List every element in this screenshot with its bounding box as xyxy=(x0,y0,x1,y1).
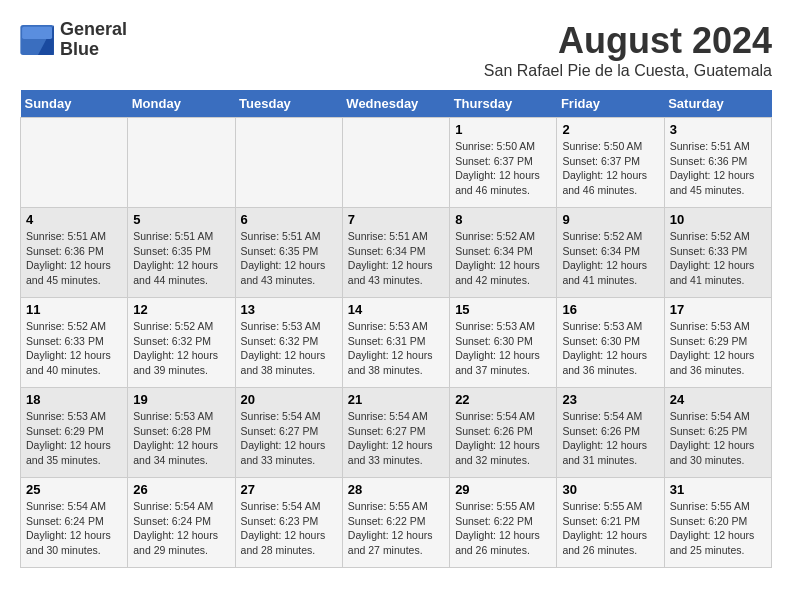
day-number: 28 xyxy=(348,482,444,497)
calendar-week-row: 18Sunrise: 5:53 AM Sunset: 6:29 PM Dayli… xyxy=(21,388,772,478)
calendar-cell: 31Sunrise: 5:55 AM Sunset: 6:20 PM Dayli… xyxy=(664,478,771,568)
day-info: Sunrise: 5:52 AM Sunset: 6:34 PM Dayligh… xyxy=(562,229,658,288)
calendar-cell: 20Sunrise: 5:54 AM Sunset: 6:27 PM Dayli… xyxy=(235,388,342,478)
calendar-week-row: 4Sunrise: 5:51 AM Sunset: 6:36 PM Daylig… xyxy=(21,208,772,298)
header-wednesday: Wednesday xyxy=(342,90,449,118)
calendar-cell: 25Sunrise: 5:54 AM Sunset: 6:24 PM Dayli… xyxy=(21,478,128,568)
logo-text: General Blue xyxy=(60,20,127,60)
day-info: Sunrise: 5:53 AM Sunset: 6:31 PM Dayligh… xyxy=(348,319,444,378)
day-number: 2 xyxy=(562,122,658,137)
day-number: 22 xyxy=(455,392,551,407)
day-number: 11 xyxy=(26,302,122,317)
calendar-table: SundayMondayTuesdayWednesdayThursdayFrid… xyxy=(20,90,772,568)
day-number: 30 xyxy=(562,482,658,497)
calendar-cell: 6Sunrise: 5:51 AM Sunset: 6:35 PM Daylig… xyxy=(235,208,342,298)
day-number: 3 xyxy=(670,122,766,137)
header-thursday: Thursday xyxy=(450,90,557,118)
day-number: 21 xyxy=(348,392,444,407)
calendar-cell: 22Sunrise: 5:54 AM Sunset: 6:26 PM Dayli… xyxy=(450,388,557,478)
calendar-cell: 11Sunrise: 5:52 AM Sunset: 6:33 PM Dayli… xyxy=(21,298,128,388)
calendar-cell: 3Sunrise: 5:51 AM Sunset: 6:36 PM Daylig… xyxy=(664,118,771,208)
calendar-cell: 19Sunrise: 5:53 AM Sunset: 6:28 PM Dayli… xyxy=(128,388,235,478)
calendar-cell: 13Sunrise: 5:53 AM Sunset: 6:32 PM Dayli… xyxy=(235,298,342,388)
calendar-week-row: 11Sunrise: 5:52 AM Sunset: 6:33 PM Dayli… xyxy=(21,298,772,388)
calendar-cell: 29Sunrise: 5:55 AM Sunset: 6:22 PM Dayli… xyxy=(450,478,557,568)
calendar-cell: 2Sunrise: 5:50 AM Sunset: 6:37 PM Daylig… xyxy=(557,118,664,208)
day-info: Sunrise: 5:54 AM Sunset: 6:24 PM Dayligh… xyxy=(26,499,122,558)
day-info: Sunrise: 5:51 AM Sunset: 6:35 PM Dayligh… xyxy=(133,229,229,288)
calendar-cell: 24Sunrise: 5:54 AM Sunset: 6:25 PM Dayli… xyxy=(664,388,771,478)
svg-rect-2 xyxy=(22,27,52,39)
day-number: 23 xyxy=(562,392,658,407)
day-number: 5 xyxy=(133,212,229,227)
day-info: Sunrise: 5:52 AM Sunset: 6:33 PM Dayligh… xyxy=(26,319,122,378)
page-title: August 2024 xyxy=(484,20,772,62)
calendar-cell: 17Sunrise: 5:53 AM Sunset: 6:29 PM Dayli… xyxy=(664,298,771,388)
page-header: General Blue August 2024 San Rafael Pie … xyxy=(20,20,772,80)
day-info: Sunrise: 5:54 AM Sunset: 6:24 PM Dayligh… xyxy=(133,499,229,558)
day-info: Sunrise: 5:52 AM Sunset: 6:33 PM Dayligh… xyxy=(670,229,766,288)
day-number: 14 xyxy=(348,302,444,317)
day-number: 9 xyxy=(562,212,658,227)
day-info: Sunrise: 5:53 AM Sunset: 6:30 PM Dayligh… xyxy=(455,319,551,378)
calendar-cell xyxy=(342,118,449,208)
calendar-cell: 21Sunrise: 5:54 AM Sunset: 6:27 PM Dayli… xyxy=(342,388,449,478)
day-number: 13 xyxy=(241,302,337,317)
day-info: Sunrise: 5:51 AM Sunset: 6:36 PM Dayligh… xyxy=(26,229,122,288)
calendar-header-row: SundayMondayTuesdayWednesdayThursdayFrid… xyxy=(21,90,772,118)
day-info: Sunrise: 5:54 AM Sunset: 6:25 PM Dayligh… xyxy=(670,409,766,468)
day-number: 8 xyxy=(455,212,551,227)
day-number: 16 xyxy=(562,302,658,317)
day-number: 1 xyxy=(455,122,551,137)
day-number: 4 xyxy=(26,212,122,227)
calendar-cell: 5Sunrise: 5:51 AM Sunset: 6:35 PM Daylig… xyxy=(128,208,235,298)
day-info: Sunrise: 5:50 AM Sunset: 6:37 PM Dayligh… xyxy=(455,139,551,198)
day-number: 20 xyxy=(241,392,337,407)
day-info: Sunrise: 5:52 AM Sunset: 6:32 PM Dayligh… xyxy=(133,319,229,378)
calendar-cell: 9Sunrise: 5:52 AM Sunset: 6:34 PM Daylig… xyxy=(557,208,664,298)
calendar-week-row: 1Sunrise: 5:50 AM Sunset: 6:37 PM Daylig… xyxy=(21,118,772,208)
day-info: Sunrise: 5:55 AM Sunset: 6:22 PM Dayligh… xyxy=(455,499,551,558)
day-number: 10 xyxy=(670,212,766,227)
day-info: Sunrise: 5:53 AM Sunset: 6:29 PM Dayligh… xyxy=(26,409,122,468)
calendar-cell: 26Sunrise: 5:54 AM Sunset: 6:24 PM Dayli… xyxy=(128,478,235,568)
day-number: 31 xyxy=(670,482,766,497)
day-info: Sunrise: 5:52 AM Sunset: 6:34 PM Dayligh… xyxy=(455,229,551,288)
calendar-week-row: 25Sunrise: 5:54 AM Sunset: 6:24 PM Dayli… xyxy=(21,478,772,568)
day-info: Sunrise: 5:55 AM Sunset: 6:21 PM Dayligh… xyxy=(562,499,658,558)
header-friday: Friday xyxy=(557,90,664,118)
day-number: 19 xyxy=(133,392,229,407)
calendar-cell xyxy=(235,118,342,208)
day-info: Sunrise: 5:54 AM Sunset: 6:27 PM Dayligh… xyxy=(348,409,444,468)
day-info: Sunrise: 5:51 AM Sunset: 6:34 PM Dayligh… xyxy=(348,229,444,288)
calendar-cell: 10Sunrise: 5:52 AM Sunset: 6:33 PM Dayli… xyxy=(664,208,771,298)
calendar-cell: 1Sunrise: 5:50 AM Sunset: 6:37 PM Daylig… xyxy=(450,118,557,208)
calendar-cell: 27Sunrise: 5:54 AM Sunset: 6:23 PM Dayli… xyxy=(235,478,342,568)
day-info: Sunrise: 5:54 AM Sunset: 6:23 PM Dayligh… xyxy=(241,499,337,558)
calendar-cell: 28Sunrise: 5:55 AM Sunset: 6:22 PM Dayli… xyxy=(342,478,449,568)
day-number: 6 xyxy=(241,212,337,227)
day-number: 26 xyxy=(133,482,229,497)
calendar-cell: 16Sunrise: 5:53 AM Sunset: 6:30 PM Dayli… xyxy=(557,298,664,388)
calendar-cell: 30Sunrise: 5:55 AM Sunset: 6:21 PM Dayli… xyxy=(557,478,664,568)
day-info: Sunrise: 5:51 AM Sunset: 6:35 PM Dayligh… xyxy=(241,229,337,288)
calendar-cell: 12Sunrise: 5:52 AM Sunset: 6:32 PM Dayli… xyxy=(128,298,235,388)
header-monday: Monday xyxy=(128,90,235,118)
calendar-cell: 4Sunrise: 5:51 AM Sunset: 6:36 PM Daylig… xyxy=(21,208,128,298)
header-tuesday: Tuesday xyxy=(235,90,342,118)
day-info: Sunrise: 5:53 AM Sunset: 6:28 PM Dayligh… xyxy=(133,409,229,468)
day-info: Sunrise: 5:55 AM Sunset: 6:22 PM Dayligh… xyxy=(348,499,444,558)
day-info: Sunrise: 5:54 AM Sunset: 6:27 PM Dayligh… xyxy=(241,409,337,468)
day-info: Sunrise: 5:54 AM Sunset: 6:26 PM Dayligh… xyxy=(455,409,551,468)
day-info: Sunrise: 5:55 AM Sunset: 6:20 PM Dayligh… xyxy=(670,499,766,558)
calendar-cell: 7Sunrise: 5:51 AM Sunset: 6:34 PM Daylig… xyxy=(342,208,449,298)
day-info: Sunrise: 5:53 AM Sunset: 6:30 PM Dayligh… xyxy=(562,319,658,378)
title-block: August 2024 San Rafael Pie de la Cuesta,… xyxy=(484,20,772,80)
page-subtitle: San Rafael Pie de la Cuesta, Guatemala xyxy=(484,62,772,80)
calendar-cell: 23Sunrise: 5:54 AM Sunset: 6:26 PM Dayli… xyxy=(557,388,664,478)
logo: General Blue xyxy=(20,20,127,60)
day-info: Sunrise: 5:50 AM Sunset: 6:37 PM Dayligh… xyxy=(562,139,658,198)
day-number: 27 xyxy=(241,482,337,497)
day-number: 29 xyxy=(455,482,551,497)
day-info: Sunrise: 5:53 AM Sunset: 6:32 PM Dayligh… xyxy=(241,319,337,378)
